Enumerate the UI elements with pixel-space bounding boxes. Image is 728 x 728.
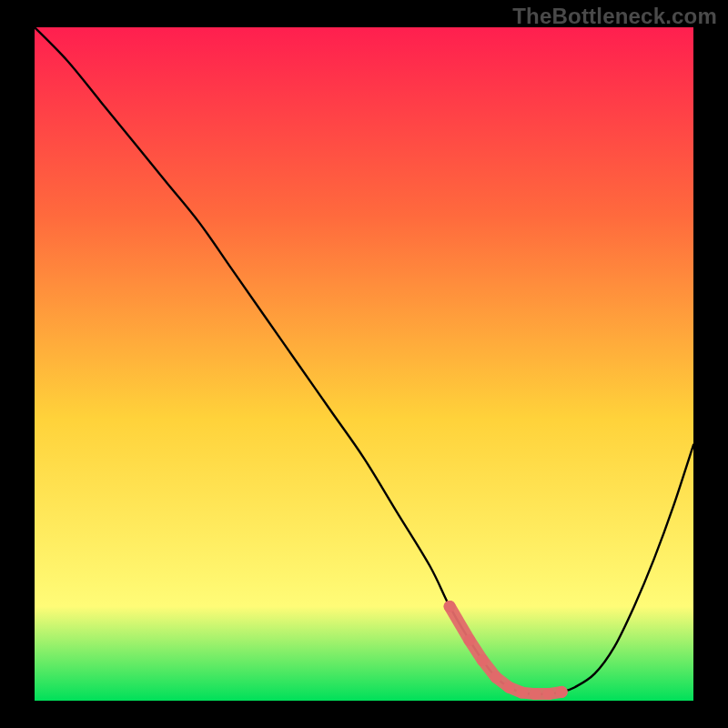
plot-area bbox=[35, 27, 693, 701]
marker-dot bbox=[542, 688, 554, 700]
chart-frame: TheBottleneck.com bbox=[0, 0, 728, 728]
marker-dot bbox=[503, 682, 515, 693]
marker-dot bbox=[490, 672, 501, 683]
marker-dot bbox=[556, 686, 568, 698]
marker-dot bbox=[516, 687, 528, 699]
gradient-background bbox=[35, 27, 693, 701]
marker-dot bbox=[463, 634, 475, 646]
marker-dot bbox=[444, 601, 456, 612]
chart-svg bbox=[35, 27, 693, 701]
marker-dot bbox=[530, 688, 541, 700]
watermark-text: TheBottleneck.com bbox=[512, 4, 717, 29]
marker-dot bbox=[477, 654, 489, 666]
